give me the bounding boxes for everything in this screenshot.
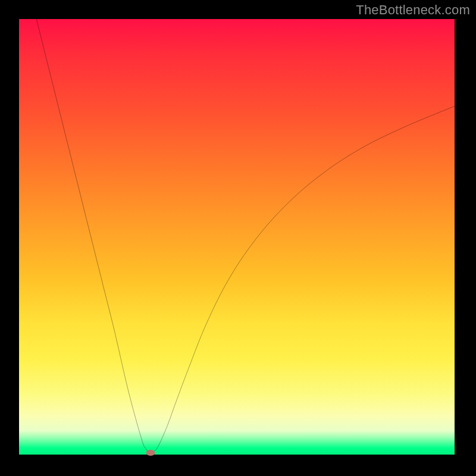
chart-frame: TheBottleneck.com [0,0,476,476]
plot-area [19,19,455,455]
watermark-text: TheBottleneck.com [356,2,470,18]
minimum-marker [146,450,155,456]
bottleneck-curve [19,19,455,455]
curve-path [36,19,455,452]
